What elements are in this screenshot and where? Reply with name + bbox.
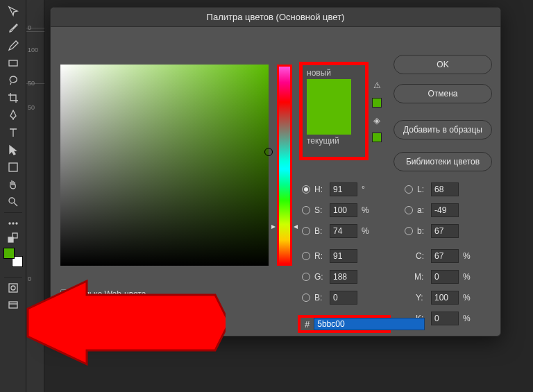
label-r: R: <box>314 251 323 261</box>
unit-deg: ° <box>362 185 365 194</box>
cancel-button[interactable]: Отмена <box>394 84 492 103</box>
radio-bl[interactable] <box>302 293 310 302</box>
label-lb: b: <box>417 226 424 236</box>
label-s: S: <box>314 205 322 215</box>
hue-slider[interactable] <box>277 65 292 266</box>
current-color-swatch[interactable] <box>307 107 351 135</box>
shape-tool-icon[interactable] <box>2 159 24 176</box>
radio-b[interactable] <box>302 227 310 235</box>
color-field[interactable] <box>60 65 269 266</box>
radio-lb[interactable] <box>405 227 413 235</box>
rectangle-tool-icon[interactable] <box>2 55 24 71</box>
color-swatches[interactable] <box>3 248 23 267</box>
label-L: L: <box>417 185 424 194</box>
svg-point-3 <box>9 223 10 224</box>
foreground-color-swatch[interactable] <box>3 248 15 259</box>
web-only-checkbox[interactable] <box>60 289 70 299</box>
quickmask-icon[interactable] <box>2 280 24 296</box>
web-only-label: Только Web-цвета <box>76 289 146 299</box>
radio-s[interactable] <box>302 206 310 214</box>
label-b: B: <box>314 226 322 236</box>
radio-a[interactable] <box>405 206 413 214</box>
text-tool-icon[interactable] <box>2 124 24 141</box>
input-b[interactable] <box>330 224 357 238</box>
label-bl: B: <box>314 293 322 302</box>
svg-point-5 <box>16 223 17 224</box>
radio-L[interactable] <box>405 185 413 194</box>
hue-slider-handle-left[interactable]: ▸ <box>271 221 276 231</box>
input-k[interactable] <box>431 312 459 325</box>
vertical-ruler: 0 50 100 50 0 50 <box>26 0 44 392</box>
label-h: H: <box>314 185 323 194</box>
label-m: M: <box>414 272 423 282</box>
unit-pct-y: % <box>463 293 471 302</box>
label-g: G: <box>314 272 323 282</box>
unit-pct-b: % <box>362 226 369 236</box>
input-y[interactable] <box>431 291 459 305</box>
tools-panel <box>0 0 26 392</box>
ruler-tick: 100 <box>28 46 38 53</box>
svg-rect-8 <box>9 284 17 292</box>
new-color-swatch[interactable] <box>307 79 351 107</box>
gamut-warning-icon[interactable]: ⚠ <box>371 80 382 91</box>
ruler-tick: 50 <box>28 327 35 334</box>
label-c: C: <box>416 251 424 261</box>
svg-rect-1 <box>9 163 17 171</box>
pencil-tool-icon[interactable] <box>2 37 24 54</box>
ruler-tick: 0 <box>28 24 31 31</box>
svg-point-4 <box>12 223 14 224</box>
radio-r[interactable] <box>302 252 310 260</box>
color-warnings: ⚠ ◈ <box>371 80 382 142</box>
websafe-warning-icon[interactable]: ◈ <box>371 114 382 126</box>
hex-input[interactable] <box>314 318 425 330</box>
unit-pct-c: % <box>463 251 471 261</box>
add-swatch-button[interactable]: Добавить в образцы <box>394 120 492 139</box>
label-a: a: <box>417 205 424 215</box>
unit-pct-m: % <box>463 272 471 282</box>
zoom-tool-icon[interactable] <box>2 194 24 210</box>
move-tool-icon[interactable] <box>2 3 24 19</box>
lasso-tool-icon[interactable] <box>2 72 24 89</box>
dialog-title[interactable]: Палитра цветов (Основной цвет) <box>51 8 500 27</box>
color-field-cursor[interactable] <box>264 148 273 156</box>
input-bl[interactable] <box>330 291 357 305</box>
unit-pct-s: % <box>362 205 369 215</box>
pen-tool-icon[interactable] <box>2 107 24 123</box>
crop-tool-icon[interactable] <box>2 90 24 106</box>
unit-pct-k: % <box>463 314 471 323</box>
color-preview: новый текущий <box>299 62 369 160</box>
svg-point-2 <box>9 198 15 203</box>
ruler-tick: 50 <box>28 104 35 111</box>
hand-tool-icon[interactable] <box>2 176 24 193</box>
input-c[interactable] <box>431 249 459 263</box>
websafe-nearest-swatch[interactable] <box>372 133 382 142</box>
radio-g[interactable] <box>302 273 310 281</box>
web-only-row[interactable]: Только Web-цвета <box>60 289 146 299</box>
brush-tool-icon[interactable] <box>2 20 24 37</box>
svg-point-9 <box>11 286 15 290</box>
label-y: Y: <box>416 293 423 302</box>
swap-colors-icon[interactable] <box>2 232 24 244</box>
ok-button[interactable]: OK <box>394 55 492 74</box>
gamut-nearest-swatch[interactable] <box>372 98 382 108</box>
input-lb[interactable] <box>431 224 459 238</box>
input-a[interactable] <box>431 203 459 217</box>
input-r[interactable] <box>330 249 357 263</box>
input-h[interactable] <box>330 182 357 196</box>
more-tools-icon[interactable] <box>2 215 24 232</box>
input-s[interactable] <box>330 203 357 217</box>
ruler-tick: 50 <box>28 80 35 87</box>
hex-hash: # <box>305 319 310 330</box>
input-m[interactable] <box>431 270 459 284</box>
input-L[interactable] <box>431 182 459 196</box>
screenmode-icon[interactable] <box>2 297 24 314</box>
path-select-tool-icon[interactable] <box>2 142 24 158</box>
new-color-label: новый <box>307 68 361 78</box>
svg-rect-10 <box>9 302 17 308</box>
color-libs-button[interactable]: Библиотеки цветов <box>394 152 492 171</box>
svg-rect-0 <box>9 60 17 66</box>
color-picker-dialog: Палитра цветов (Основной цвет) ▸ ◂ новый… <box>50 7 501 336</box>
input-g[interactable] <box>330 270 357 284</box>
hue-slider-handle-right[interactable]: ◂ <box>294 221 298 231</box>
radio-h[interactable] <box>302 185 310 194</box>
